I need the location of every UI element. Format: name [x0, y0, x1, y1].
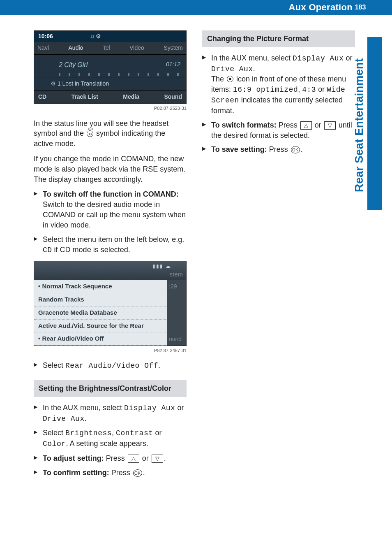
sec2-b: To switch formats: Press △ or ▽ until th…: [202, 120, 355, 141]
sec1-a: In the AUX menu, select Display Aux or D…: [34, 403, 187, 424]
album-row: ⚙ 1 Lost in Translation: [34, 77, 186, 90]
track-time: 01:12: [166, 60, 180, 68]
section1-list: In the AUX menu, select Display Aux or D…: [34, 403, 187, 478]
down-key-icon: ▽: [324, 121, 336, 130]
down-key-icon: ▽: [152, 455, 163, 463]
status-icons: ♫ ⚙: [90, 32, 101, 40]
bottom-media: Media: [123, 93, 139, 101]
tab-system: System: [164, 44, 183, 52]
tab-video: Video: [129, 44, 144, 52]
left-column: 10:06 ♫ ⚙ Navi Audio Tel Video System 01…: [34, 30, 187, 484]
sec1-c: To adjust setting: Press △ or ▽.: [34, 453, 187, 464]
section2-list: In the AUX menu, select Display Aux or D…: [202, 53, 355, 155]
right-strip: :29 ound: [167, 280, 186, 345]
ok-key-icon: OK: [133, 469, 142, 477]
sec1-b: Select Brightness, Contrast or Color. A …: [34, 428, 187, 449]
dot-icon: [227, 76, 233, 82]
side-tab-label: Rear Seat Entertainment: [355, 47, 367, 195]
sec2-a: In the AUX menu, select Display Aux or D…: [202, 53, 355, 116]
instruction-list-2: Select Rear Audio/Video Off.: [34, 360, 187, 371]
up-key-icon: △: [300, 121, 312, 130]
bottom-cd: CD: [38, 93, 46, 101]
right-column: Changing the Picture Format In the AUX m…: [202, 30, 355, 484]
stem-label: stem: [169, 270, 183, 279]
sec1-d: To confirm setting: Press OK.: [34, 468, 187, 478]
menu-item-3: Active Aud./Vid. Source for the Rear: [34, 320, 167, 333]
screenshot-2: ▮▮▮ ☁ stem Normal Track Sequence Random …: [34, 261, 187, 346]
bottom-sound: Sound: [164, 93, 182, 101]
menu-item-2: Gracenote Media Database: [34, 306, 167, 320]
list1-item-b: Select the menu item on the left below, …: [34, 234, 187, 255]
section-brightness: Setting the Brightness/Contrast/Color: [34, 380, 187, 397]
menu-item-0: Normal Track Sequence: [34, 280, 167, 293]
tab-audio: Audio: [69, 44, 83, 52]
track-title: 2 City Girl: [59, 60, 180, 70]
list2-item-a: Select Rear Audio/Video Off.: [34, 360, 187, 371]
image-id-1: P82.87-2523-31: [34, 105, 187, 111]
side-tab: [367, 37, 382, 210]
tab-navi: Navi: [37, 44, 49, 52]
instruction-list-1: To switch off the function in COMAND: Sw…: [34, 189, 187, 255]
bottom-tracklist: Track List: [71, 93, 98, 101]
tab-tel: Tel: [103, 44, 110, 52]
clock: 10:06: [38, 32, 53, 40]
up-key-icon: △: [128, 455, 139, 463]
page-number: 183: [353, 0, 368, 15]
para-1: In the status line you will see the head…: [34, 118, 187, 149]
menu-list: Normal Track Sequence Random Tracks Grac…: [34, 280, 167, 345]
screenshot-1: 10:06 ♫ ⚙ Navi Audio Tel Video System 01…: [34, 30, 187, 104]
para-2: If you change the mode in COMAND, the ne…: [34, 154, 187, 184]
menu-item-4: Rear Audio/Video Off: [34, 332, 167, 346]
menu-item-1: Random Tracks: [34, 293, 167, 306]
image-id-2: P82.87-3457-31: [34, 348, 187, 354]
list1-item-a: To switch off the function in COMAND: Sw…: [34, 189, 187, 230]
section-picture-format: Changing the Picture Format: [202, 30, 355, 47]
cd-icon: [87, 130, 93, 137]
progress-bar: [59, 73, 180, 76]
header-bar: Aux Operation 183: [0, 0, 392, 15]
signal-icon: ▮▮▮ ☁: [152, 263, 171, 270]
header-title: Aux Operation: [289, 1, 353, 14]
header-title-wrap: Aux Operation: [289, 0, 353, 15]
ok-key-icon: OK: [291, 146, 300, 153]
sec2-c: To save setting: Press OK.: [202, 144, 355, 155]
